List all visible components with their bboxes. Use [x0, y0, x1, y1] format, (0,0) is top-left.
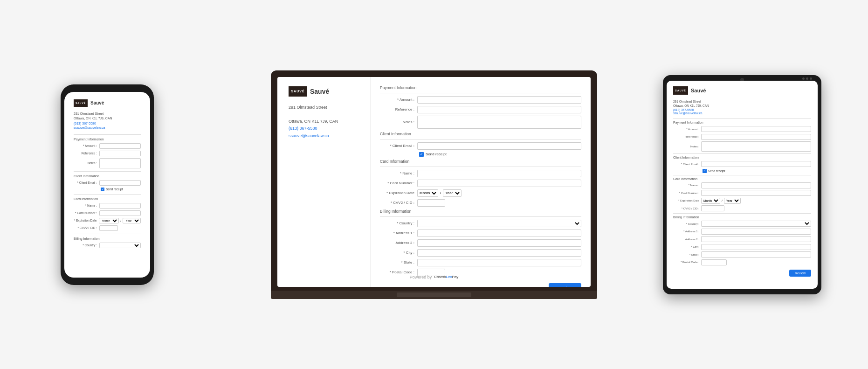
phone-cvv-label: * CVV2 / CID : [74, 226, 99, 230]
phone-country-select[interactable] [99, 243, 141, 248]
laptop-email[interactable]: ssauve@sauvelaw.ca [289, 132, 359, 139]
tablet-review-button[interactable]: Review [789, 270, 811, 277]
tablet-card-name-row: * Name : [673, 182, 811, 188]
phone-reference-label: Reference : [74, 152, 99, 155]
tablet-email[interactable]: ssauve@sauvelaw.ca [673, 111, 703, 115]
phone-form-content: SAUVÉ Sauvé 291 Olmstead Street Ottawa, … [64, 92, 150, 258]
laptop-billing-section-title: Billing Information [380, 209, 581, 214]
laptop-city-input[interactable] [417, 249, 581, 257]
laptop-state-input[interactable] [417, 259, 581, 266]
tablet-body: SAUVÉ Sauvé 291 Olmstead Street Ottawa, … [663, 75, 821, 294]
laptop-card-name-input[interactable] [417, 170, 581, 177]
laptop-state-label: * State : [380, 260, 417, 265]
phone-amount-input[interactable] [99, 143, 141, 149]
tablet-company-name: Sauvé [691, 88, 706, 93]
laptop-cvv-input[interactable] [417, 199, 445, 207]
tablet-address-block: 291 Olmstead Street Ottawa, ON K1L 7J9, … [673, 99, 811, 115]
laptop-address-block: 291 Olmstead Street Ottawa, ON K1L 7J9, … [289, 104, 359, 140]
tablet-amount-input[interactable] [701, 126, 811, 132]
phone-address-block: 291 Olmstead Street Ottawa, ON K1L 7J9, … [74, 111, 141, 130]
laptop-expiry-slash: / [440, 191, 441, 195]
tablet-city-label: * City : [673, 245, 701, 248]
phone-year-select[interactable]: Year [123, 218, 141, 223]
laptop-client-email-row: * Client Email : [380, 142, 581, 150]
tablet-cvv-label: * CVV2 / CID : [673, 207, 701, 210]
laptop-send-receipt-checkbox[interactable]: ✓ [419, 152, 424, 157]
laptop-card-name-label: * Name : [380, 171, 417, 175]
tablet-card-number-input[interactable] [701, 190, 811, 196]
tablet-reference-input[interactable] [701, 134, 811, 140]
phone-send-receipt-checkbox[interactable]: ✓ [101, 188, 104, 191]
phone-cvv-input[interactable] [99, 225, 118, 231]
tablet-postal-input[interactable] [701, 259, 727, 265]
laptop-review-button[interactable]: Review [549, 283, 581, 287]
laptop-form: SAUVÉ Sauvé 291 Olmstead Street Ottawa, … [277, 77, 591, 287]
laptop-amount-row: * Amount : [380, 96, 581, 104]
phone-notes-input[interactable] [99, 158, 141, 168]
tablet-client-title: Client Information [673, 156, 811, 159]
phone-phone[interactable]: (613) 367-5580 [74, 122, 96, 125]
tablet-card-name-input[interactable] [701, 182, 811, 188]
laptop-client-section-title: Client Information [380, 132, 581, 136]
phone-logo-row: SAUVÉ Sauvé [74, 99, 141, 107]
tablet-payment-title: Payment Information [673, 121, 811, 124]
laptop-reference-input[interactable] [417, 106, 581, 113]
laptop-expiry-row: * Expiration Date Month010203 / Year2024… [380, 189, 581, 197]
tablet-country-row: * Country : [673, 221, 811, 227]
laptop-year-select[interactable]: Year202420252026 [443, 189, 462, 197]
tablet-client-email-row: * Client Email : [673, 161, 811, 167]
phone-client-email-input[interactable] [99, 180, 141, 186]
phone-month-select[interactable]: Month [99, 218, 119, 223]
laptop-address1-input[interactable] [417, 230, 581, 237]
tablet-state-row: * State : [673, 251, 811, 258]
laptop-country-select[interactable] [417, 220, 581, 227]
laptop-address2-input[interactable] [417, 239, 581, 247]
laptop-expiry-selects: Month010203 / Year202420252026 [417, 189, 462, 197]
laptop-client-email-label: * Client Email : [380, 144, 417, 148]
tablet-notes-input[interactable] [701, 141, 811, 152]
laptop-card-number-input[interactable] [417, 180, 581, 187]
tablet-month-select[interactable]: Month [701, 198, 720, 204]
tablet-year-select[interactable]: Year [724, 198, 741, 204]
laptop-address1-label: * Address 1 : [380, 231, 417, 235]
laptop-left-panel: SAUVÉ Sauvé 291 Olmstead Street Ottawa, … [277, 77, 371, 287]
tablet-country-select[interactable] [701, 221, 811, 227]
tablet-logo-row: SAUVÉ Sauvé [673, 86, 811, 95]
laptop-month-select[interactable]: Month010203 [417, 189, 438, 197]
tablet-cvv-input[interactable] [701, 205, 724, 211]
laptop-cvv-label: * CVV2 / CID : [380, 201, 417, 205]
tablet-card-number-row: * Card Number : [673, 190, 811, 196]
laptop-payment-section-title: Payment Information [380, 85, 581, 90]
tablet-address1-input[interactable] [701, 229, 811, 235]
laptop-amount-input[interactable] [417, 96, 581, 104]
phone-device: SAUVÉ Sauvé 291 Olmstead Street Ottawa, … [61, 84, 154, 285]
tablet-logo-icon: SAUVÉ [673, 86, 688, 95]
phone-card-number-input[interactable] [99, 210, 141, 216]
tablet-state-label: * State : [673, 253, 701, 256]
tablet-phone[interactable]: (613) 367-5580 [673, 108, 811, 111]
tablet-card-title: Card Information [673, 177, 811, 181]
laptop-notes-input[interactable] [417, 116, 581, 129]
phone-address-line1: 291 Olmstead Street [74, 111, 141, 117]
laptop-base [271, 291, 597, 299]
phone-card-name-input[interactable] [99, 203, 141, 209]
tablet-address2-input[interactable] [701, 236, 811, 242]
phone-notes-row: Notes : [74, 158, 141, 168]
laptop-address2-row: Address 2 : [380, 239, 581, 247]
tablet-city-input[interactable] [701, 244, 811, 250]
tablet-client-email-input[interactable] [701, 161, 811, 167]
phone-reference-input[interactable] [99, 151, 141, 156]
laptop-phone[interactable]: (613) 367-5580 [289, 125, 359, 132]
laptop-client-email-input[interactable] [417, 142, 581, 150]
tablet-send-receipt-checkbox[interactable]: ✓ [703, 169, 707, 173]
laptop-card-section-title: Card Information [380, 159, 581, 164]
tablet-notes-row: Notes : [673, 141, 811, 152]
laptop-city-label: * City : [380, 251, 417, 255]
tablet-card-name-label: * Name : [673, 184, 701, 187]
phone-expiry-label: * Expiration Date [74, 219, 99, 222]
tablet-send-receipt-label: Send receipt [708, 169, 725, 173]
tablet-postal-label: * Postal Code : [673, 261, 701, 264]
phone-email[interactable]: ssauve@sauvelaw.ca [74, 126, 105, 129]
tablet-state-input[interactable] [701, 251, 811, 258]
tablet-send-receipt-row: ✓ Send receipt [703, 169, 811, 173]
